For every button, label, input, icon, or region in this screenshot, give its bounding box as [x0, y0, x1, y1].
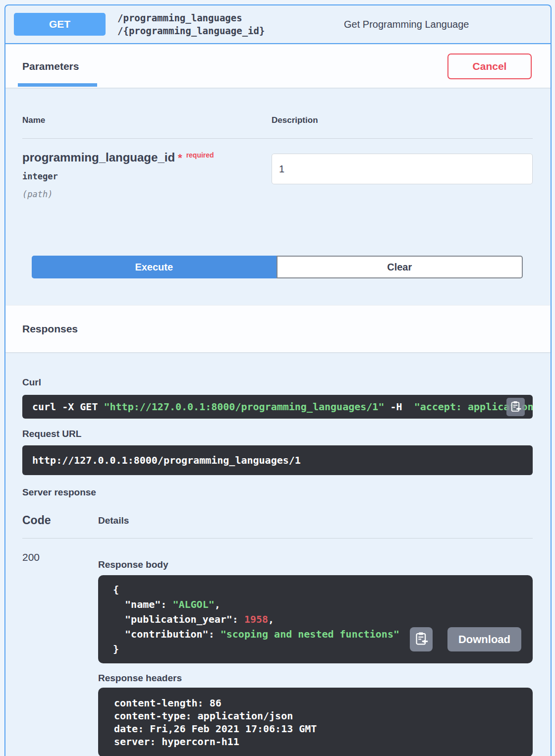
curl-copy-button[interactable] [506, 398, 525, 416]
response-headers: content-length: 86content-type: applicat… [98, 688, 533, 756]
parameters-section-header: Parameters Cancel [5, 44, 551, 88]
curl-command: curl -X GET "http://127.0.0.1:8000/progr… [22, 395, 533, 419]
parameter-value-input[interactable] [272, 154, 533, 184]
execute-button-group: Execute Clear [32, 256, 523, 278]
column-header-code: Code [22, 514, 98, 527]
responses-content: Curl curl -X GET "http://127.0.0.1:8000/… [5, 377, 551, 756]
responses-title: Responses [22, 323, 78, 335]
server-response-row: 200 Response body { "name": "ALGOL", "pu… [22, 539, 533, 756]
request-url-text: http://127.0.0.1:8000/programming_langua… [32, 445, 523, 475]
column-header-details: Details [98, 515, 533, 526]
request-url-label: Request URL [22, 429, 533, 439]
execute-button[interactable]: Execute [32, 256, 277, 278]
operation-block-get: GET /programming_languages /{programming… [4, 4, 552, 756]
required-star: * [175, 152, 182, 164]
column-header-description: Description [272, 115, 533, 125]
clipboard-copy-icon [509, 400, 522, 414]
response-details-cell: Response body { "name": "ALGOL", "public… [98, 539, 533, 756]
responses-section-header: Responses [5, 305, 551, 352]
clipboard-copy-icon [414, 631, 429, 648]
parameter-value-cell [272, 151, 533, 202]
parameter-info: programming_language_id*required integer… [22, 151, 272, 202]
parameter-name: programming_language_id [22, 151, 175, 164]
endpoint-path-line1: /programming_languages [117, 11, 338, 24]
status-code: 200 [22, 539, 98, 756]
parameters-table-header: Name Description [22, 115, 533, 139]
download-button[interactable]: Download [447, 627, 521, 651]
parameter-row: programming_language_id*required integer… [22, 139, 533, 202]
response-body: { "name": "ALGOL", "publication_year": 1… [98, 575, 533, 663]
endpoint-path: /programming_languages /{programming_lan… [117, 11, 338, 37]
operation-summary[interactable]: GET /programming_languages /{programming… [5, 5, 551, 44]
response-copy-button[interactable] [410, 627, 433, 651]
response-headers-label: Response headers [98, 673, 533, 684]
server-response-table-header: Code Details [22, 514, 533, 539]
cancel-button[interactable]: Cancel [447, 54, 532, 79]
operation-description: Get Programming Language [344, 19, 542, 30]
parameters-table: Name Description programming_language_id… [5, 115, 551, 278]
curl-label: Curl [22, 377, 533, 388]
required-label: required [182, 151, 214, 159]
response-body-label: Response body [98, 559, 533, 570]
server-response-title: Server response [22, 487, 533, 498]
column-header-name: Name [22, 115, 272, 125]
endpoint-path-line2: /{programming_language_id} [117, 24, 338, 37]
tab-parameters[interactable]: Parameters [22, 60, 79, 72]
request-url-value: http://127.0.0.1:8000/programming_langua… [22, 445, 533, 475]
clear-button[interactable]: Clear [277, 256, 523, 278]
parameter-type: integer [22, 171, 272, 181]
response-body-actions: Download [410, 627, 521, 651]
parameter-location: (path) [22, 189, 272, 199]
page-background: GET /programming_languages /{programming… [0, 0, 555, 756]
active-tab-indicator [18, 83, 97, 87]
http-method-badge: GET [14, 13, 106, 36]
